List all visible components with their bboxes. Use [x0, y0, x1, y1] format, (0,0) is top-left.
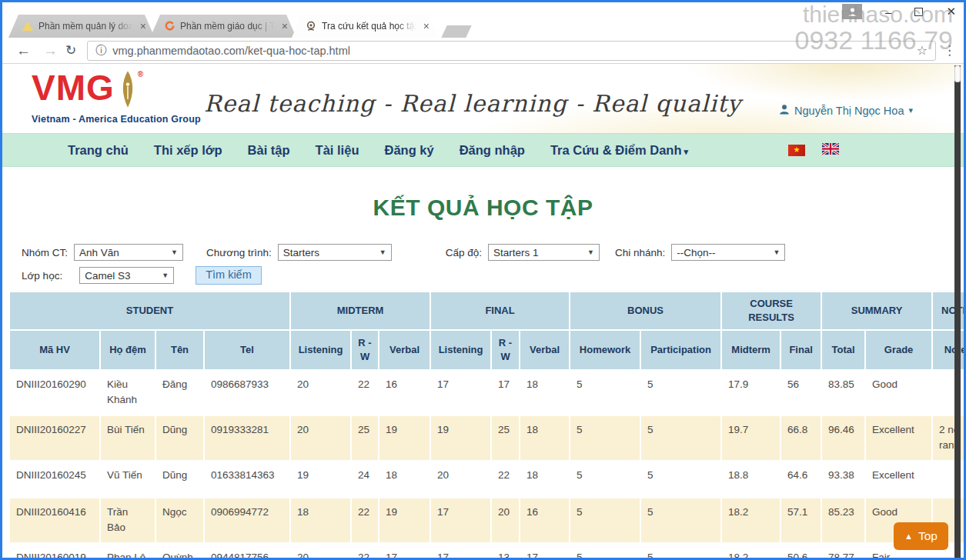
table-cell: 18.8: [722, 462, 780, 497]
column-header: Note: [933, 331, 966, 369]
page-scrollbar[interactable]: [954, 65, 961, 558]
page-info-icon[interactable]: ⓘ: [95, 44, 106, 58]
chi-nhanh-select[interactable]: --Chọn--▼: [671, 244, 785, 261]
table-cell: 5: [641, 544, 720, 560]
nhom-ct-select[interactable]: Anh Văn▼: [74, 244, 183, 261]
user-icon: [779, 104, 790, 117]
table-cell: 17: [431, 498, 490, 542]
nav-item-7[interactable]: Tra Cứu & Điểm Danh▾: [550, 143, 688, 158]
nhom-ct-label: Nhóm CT:: [22, 247, 68, 258]
chuong-trinh-label: Chương trình:: [206, 247, 272, 258]
bookmark-star-icon[interactable]: ☆: [917, 43, 928, 58]
nav-item-5[interactable]: Đăng ký: [384, 143, 433, 158]
nav-item-4[interactable]: Tài liệu: [316, 143, 359, 158]
table-cell: 5: [570, 462, 640, 497]
table-cell: 66.8: [781, 416, 821, 460]
forward-button[interactable]: →: [43, 42, 58, 59]
nav-item-1[interactable]: Trang chủ: [68, 143, 129, 158]
column-header: Tel: [205, 331, 289, 369]
table-cell: 20: [492, 498, 519, 542]
table-cell: 18: [520, 462, 569, 497]
logo-tagline: Vietnam - America Education Group: [32, 114, 201, 125]
table-row: DNIII20160019Phan Lê NhưQuỳnh09448177562…: [10, 544, 966, 560]
language-switcher: ★: [788, 143, 839, 158]
back-button[interactable]: ←: [16, 42, 31, 59]
user-menu[interactable]: Nguyễn Thị Ngọc Hoa ▾: [779, 104, 913, 117]
select-caret-icon: ▼: [379, 248, 386, 256]
search-button[interactable]: Tìm kiếm: [196, 266, 262, 285]
table-cell: Quỳnh: [156, 544, 203, 560]
vietnam-flag-icon[interactable]: ★: [788, 145, 805, 156]
chevron-down-icon: ▾: [908, 105, 913, 115]
url-text[interactable]: vmg.phanmemdaotao.com/ket-qua-hoc-tap.ht…: [112, 45, 916, 57]
table-cell: Phan Lê Như: [101, 544, 155, 560]
table-cell: 57.1: [781, 498, 821, 542]
table-cell: 0906994772: [205, 498, 289, 542]
tab-strip: Phần mềm quản lý doanh×Phần mềm giáo dục…: [2, 12, 964, 38]
table-cell: 18.2: [722, 498, 780, 542]
column-header: Homework: [570, 331, 640, 369]
table-cell: 17: [379, 544, 430, 560]
uk-flag-icon[interactable]: [822, 143, 839, 158]
table-cell: Good: [866, 371, 931, 415]
table-cell: 20: [291, 371, 350, 415]
table-column-header-row: Mã HVHọ đệmTênTelListeningR - WVerbalLis…: [10, 331, 966, 369]
table-cell: 0919333281: [205, 416, 289, 460]
table-cell: Dũng: [156, 462, 203, 497]
table-cell: DNIII20160019: [10, 544, 99, 560]
browser-menu-icon[interactable]: ⋮: [943, 42, 956, 58]
table-cell: 17: [520, 544, 569, 560]
url-bar[interactable]: ⓘ vmg.phanmemdaotao.com/ket-qua-hoc-tap.…: [87, 41, 936, 61]
browser-tab[interactable]: Tra cứu kết quả học tập×: [292, 15, 438, 38]
nav-item-3[interactable]: Bài tập: [248, 143, 290, 158]
close-button[interactable]: ✕: [946, 5, 956, 18]
titlebar: [2, 2, 964, 12]
pen-nib-icon: [119, 70, 136, 112]
vmg-logo[interactable]: VMG ® Vietnam - America Education Group: [32, 70, 201, 125]
scroll-to-top-button[interactable]: ▲ Top: [894, 522, 948, 550]
browser-tab[interactable]: Phần mềm giáo dục | Tiế×: [150, 15, 296, 38]
group-header: NOTE: [933, 292, 966, 329]
browser-tab[interactable]: Phần mềm quản lý doanh×: [8, 15, 155, 38]
table-cell: Vũ Tiến: [101, 462, 155, 497]
chuong-trinh-select[interactable]: Starters▼: [278, 244, 392, 261]
minimize-button[interactable]: –: [885, 5, 891, 18]
profile-icon[interactable]: [842, 4, 862, 19]
table-cell: [933, 371, 966, 415]
table-cell: 5: [641, 416, 720, 460]
column-header: Total: [822, 331, 864, 369]
table-cell: 0986687933: [205, 371, 289, 415]
tab-close-icon[interactable]: ×: [421, 20, 432, 32]
table-cell: 50.6: [781, 544, 821, 560]
group-header: BONUS: [570, 292, 720, 329]
table-cell: Excellent: [866, 462, 931, 497]
column-header: Midterm: [722, 331, 780, 369]
table-cell: 0944817756: [205, 544, 289, 560]
lop-hoc-select[interactable]: Camel S3▼: [79, 267, 174, 284]
reload-button[interactable]: ↻: [65, 42, 76, 58]
table-cell: 5: [641, 371, 720, 415]
table-cell: 17: [431, 371, 490, 415]
table-cell: Kiều Khánh: [101, 371, 155, 415]
lop-hoc-label: Lớp học:: [22, 270, 62, 282]
registered-mark: ®: [138, 70, 143, 78]
table-cell: 20: [291, 416, 350, 460]
tab-close-icon[interactable]: ×: [138, 20, 149, 32]
group-header: COURSE RESULTS: [722, 292, 821, 329]
tab-close-icon[interactable]: ×: [279, 20, 290, 32]
table-cell: 5: [641, 462, 720, 497]
maximize-button[interactable]: [914, 8, 923, 16]
column-header: Listening: [431, 331, 490, 369]
chevron-up-icon: ▲: [904, 532, 913, 541]
column-header: Grade: [866, 331, 931, 369]
nav-item-2[interactable]: Thi xếp lớp: [154, 143, 222, 158]
table-cell: 22: [352, 498, 378, 542]
group-header: FINAL: [431, 292, 569, 329]
table-cell: 18: [379, 462, 430, 497]
new-tab-button[interactable]: [441, 25, 471, 38]
cap-do-label: Cấp độ:: [446, 247, 482, 258]
table-cell: 16: [520, 498, 569, 542]
nav-item-6[interactable]: Đăng nhập: [460, 143, 525, 158]
cap-do-select[interactable]: Starters 1▼: [488, 244, 600, 261]
main-navigation: Trang chủThi xếp lớpBài tậpTài liệuĐăng …: [2, 133, 964, 167]
